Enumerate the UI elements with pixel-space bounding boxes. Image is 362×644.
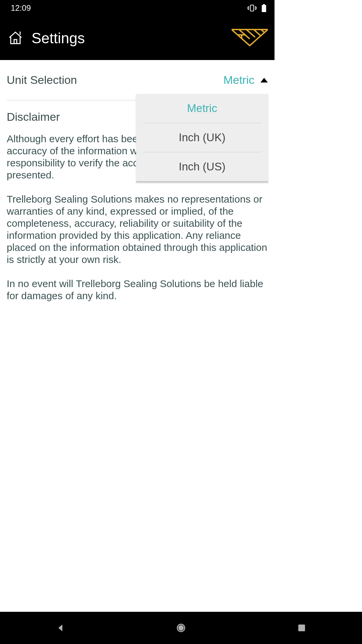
app-bar: Settings xyxy=(0,16,275,60)
brand-logo-icon xyxy=(232,28,268,48)
dropdown-option-inch-uk[interactable]: Inch (UK) xyxy=(143,123,261,152)
disclaimer-paragraph: In no event will Trelleborg Sealing Solu… xyxy=(7,278,268,302)
svg-rect-6 xyxy=(262,5,266,12)
vibrate-icon xyxy=(247,4,257,12)
status-time: 12:09 xyxy=(11,3,31,13)
unit-dropdown: Metric Inch (UK) Inch (US) xyxy=(136,94,268,182)
content: Unit Selection Metric Disclaimer Althoug… xyxy=(0,60,275,321)
dropdown-option-metric[interactable]: Metric xyxy=(143,94,261,123)
svg-line-9 xyxy=(246,30,255,37)
page-title: Settings xyxy=(32,30,85,47)
caret-up-icon xyxy=(260,78,268,83)
unit-selector[interactable]: Metric xyxy=(223,73,268,87)
svg-rect-0 xyxy=(250,5,254,11)
disclaimer-paragraph: Trelleborg Sealing Solutions makes no re… xyxy=(7,193,268,266)
status-bar: 12:09 xyxy=(0,0,275,16)
status-icons xyxy=(247,4,266,12)
battery-icon xyxy=(261,4,266,12)
svg-line-10 xyxy=(254,30,260,36)
unit-selected-value: Metric xyxy=(223,73,254,87)
unit-selection-label: Unit Selection xyxy=(7,73,77,87)
home-icon[interactable] xyxy=(7,29,24,48)
dropdown-option-inch-us[interactable]: Inch (US) xyxy=(143,152,261,181)
app-bar-left: Settings xyxy=(7,29,85,48)
svg-rect-5 xyxy=(263,4,265,5)
